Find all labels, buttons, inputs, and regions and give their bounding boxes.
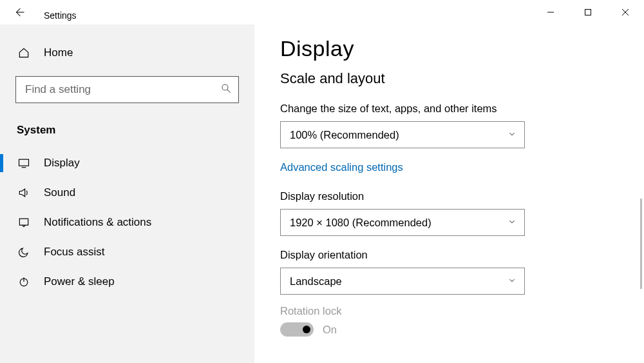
close-button[interactable] <box>607 0 644 25</box>
nav-item-power-sleep[interactable]: Power & sleep <box>0 267 254 297</box>
orientation-select[interactable]: Landscape <box>280 268 525 295</box>
nav-item-label: Sound <box>31 186 75 199</box>
svg-rect-9 <box>19 219 28 225</box>
home-icon <box>17 46 31 59</box>
chevron-down-icon <box>507 217 516 229</box>
advanced-scaling-link[interactable]: Advanced scaling settings <box>280 161 403 173</box>
search-icon <box>220 83 232 97</box>
back-button[interactable] <box>8 0 31 25</box>
minimize-button[interactable] <box>532 0 569 25</box>
nav-item-label: Focus assist <box>31 246 104 259</box>
orientation-value: Landscape <box>290 275 342 288</box>
chevron-down-icon <box>507 129 516 141</box>
nav-item-label: Power & sleep <box>31 275 115 288</box>
search-field[interactable] <box>24 83 220 97</box>
main-pane: Display Scale and layout Change the size… <box>254 25 644 363</box>
resolution-value: 1920 × 1080 (Recommended) <box>290 217 431 229</box>
rotation-lock-toggle[interactable] <box>280 322 314 337</box>
scale-select[interactable]: 100% (Recommended) <box>280 121 525 148</box>
page-title: Display <box>280 36 632 61</box>
nav-item-sound[interactable]: Sound <box>0 178 254 208</box>
nav-list: Display Sound Notifications & actions Fo… <box>0 148 254 297</box>
svg-line-6 <box>227 90 231 93</box>
sidebar: Home System Display <box>0 25 254 363</box>
resolution-select[interactable]: 1920 × 1080 (Recommended) <box>280 209 525 236</box>
svg-point-5 <box>222 84 228 90</box>
search-input[interactable] <box>15 76 239 103</box>
sound-icon <box>17 186 31 199</box>
scrollbar[interactable] <box>640 199 642 289</box>
monitor-icon <box>17 157 31 170</box>
nav-item-focus-assist[interactable]: Focus assist <box>0 237 254 267</box>
toggle-knob <box>303 326 310 333</box>
svg-rect-2 <box>585 10 591 15</box>
nav-item-label: Display <box>31 157 80 170</box>
nav-item-notifications[interactable]: Notifications & actions <box>0 208 254 237</box>
rotation-lock-state: On <box>314 324 337 336</box>
moon-icon <box>17 246 31 259</box>
power-icon <box>17 275 31 288</box>
titlebar: Settings <box>0 0 644 25</box>
home-nav[interactable]: Home <box>0 41 254 64</box>
scale-value: 100% (Recommended) <box>290 129 399 141</box>
svg-rect-7 <box>19 159 29 166</box>
nav-item-display[interactable]: Display <box>0 148 254 178</box>
maximize-button[interactable] <box>569 0 607 25</box>
section-title: Scale and layout <box>280 70 632 87</box>
resolution-label: Display resolution <box>280 190 632 202</box>
chevron-down-icon <box>507 275 516 288</box>
orientation-label: Display orientation <box>280 249 632 261</box>
notif-icon <box>17 216 31 229</box>
sidebar-section-system: System <box>0 120 254 141</box>
home-label: Home <box>31 46 73 59</box>
nav-item-label: Notifications & actions <box>31 216 151 229</box>
rotation-lock-label: Rotation lock <box>280 305 632 317</box>
scale-label: Change the size of text, apps, and other… <box>280 103 632 115</box>
app-title: Settings <box>31 4 77 21</box>
